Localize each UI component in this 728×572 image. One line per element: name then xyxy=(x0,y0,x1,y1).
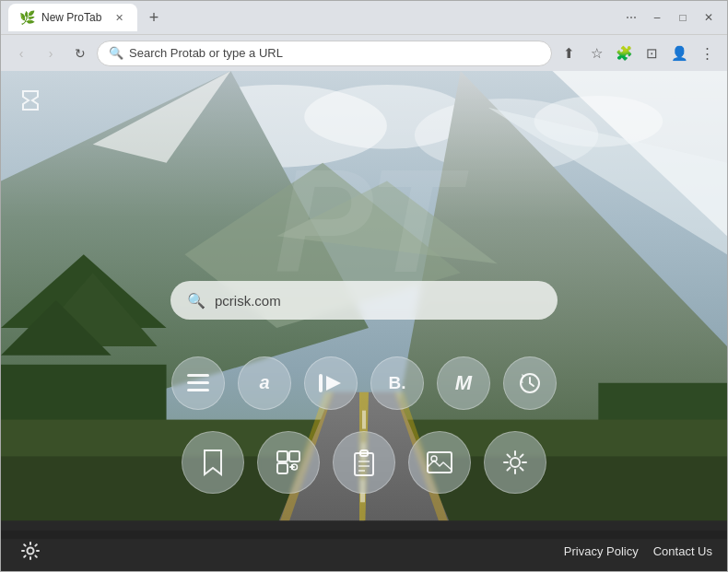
refresh-button[interactable]: ↻ xyxy=(67,41,93,66)
svg-rect-22 xyxy=(362,411,366,429)
history-quick-icon[interactable] xyxy=(503,356,557,410)
tab-favicon: 🌿 xyxy=(19,10,34,25)
search-bar-container: 🔍 pcrisk.com xyxy=(170,281,558,320)
settings-button[interactable] xyxy=(16,536,45,566)
nav-bar: ‹ › ↻ 🔍 Search Protab or type a URL ⬆ ☆ … xyxy=(1,34,727,71)
svg-line-55 xyxy=(508,468,511,471)
images-quick-icon[interactable] xyxy=(408,431,471,494)
page-content: PT 🔍 pcrisk.com a B. M xyxy=(1,71,727,571)
active-tab[interactable]: 🌿 New ProTab ✕ xyxy=(8,4,137,31)
window-controls: ⋯ – □ ✕ xyxy=(620,6,720,29)
svg-rect-38 xyxy=(289,451,299,461)
contact-us-link[interactable]: Contact Us xyxy=(653,544,712,558)
quick-icons-row-2 xyxy=(182,431,546,494)
svg-line-56 xyxy=(521,454,523,457)
hourglass-icon xyxy=(14,84,47,117)
svg-point-57 xyxy=(28,548,34,554)
sidebar-button[interactable]: ⊡ xyxy=(639,41,664,66)
bottom-left xyxy=(16,536,45,566)
close-button[interactable]: ✕ xyxy=(698,6,720,29)
bottom-bar: Privacy Policy Contact Us xyxy=(1,531,727,571)
brightness-quick-icon[interactable] xyxy=(484,431,546,494)
search-bar-text: pcrisk.com xyxy=(215,293,541,309)
svg-point-48 xyxy=(511,458,520,467)
svg-line-54 xyxy=(521,468,523,471)
search-icon: 🔍 xyxy=(109,46,123,60)
booking-quick-icon[interactable]: B. xyxy=(370,356,424,410)
clipboard-quick-icon[interactable] xyxy=(333,431,395,494)
tab-title: New ProTab xyxy=(41,11,101,24)
address-bar[interactable]: 🔍 Search Protab or type a URL xyxy=(97,41,552,66)
extensions-quick-icon[interactable] xyxy=(257,431,320,494)
search-bar-icon: 🔍 xyxy=(187,292,205,309)
bookmarks-quick-icon[interactable] xyxy=(182,431,244,494)
bookmark-button[interactable]: ☆ xyxy=(583,41,609,66)
svg-line-53 xyxy=(508,454,511,457)
share-button[interactable]: ⬆ xyxy=(556,41,581,66)
title-bar: 🌿 New ProTab ✕ + ⋯ – □ ✕ xyxy=(1,1,727,34)
gmail-quick-icon[interactable]: M xyxy=(437,356,490,410)
browser-window: 🌿 New ProTab ✕ + ⋯ – □ ✕ ‹ › ↻ 🔍 Search … xyxy=(0,0,728,572)
title-bar-left: 🌿 New ProTab ✕ + xyxy=(8,4,620,31)
forward-button[interactable]: › xyxy=(38,41,64,66)
address-text: Search Protab or type a URL xyxy=(129,46,540,60)
svg-rect-34 xyxy=(319,374,323,392)
svg-rect-32 xyxy=(187,389,209,391)
bottom-right: Privacy Policy Contact Us xyxy=(564,544,712,558)
mountain-background xyxy=(1,71,727,571)
svg-marker-33 xyxy=(326,376,341,391)
svg-rect-30 xyxy=(187,374,209,377)
svg-rect-37 xyxy=(277,451,288,461)
new-tab-button[interactable]: + xyxy=(141,5,167,30)
extensions-button[interactable]: 🧩 xyxy=(611,41,637,66)
privacy-policy-link[interactable]: Privacy Policy xyxy=(564,544,639,558)
search-bar[interactable]: 🔍 pcrisk.com xyxy=(170,281,558,320)
tab-close-button[interactable]: ✕ xyxy=(112,10,126,25)
menu-quick-icon[interactable] xyxy=(171,356,225,410)
minimize-button[interactable]: ⋯ xyxy=(620,6,642,29)
menu-button[interactable]: ⋮ xyxy=(694,41,720,66)
back-button[interactable]: ‹ xyxy=(8,41,34,66)
amazon-quick-icon[interactable]: a xyxy=(238,356,291,410)
maximize-button[interactable]: □ xyxy=(672,6,694,29)
svg-rect-46 xyxy=(428,452,452,473)
profile-button[interactable]: 👤 xyxy=(666,41,692,66)
svg-rect-31 xyxy=(187,381,209,384)
minimize-button2[interactable]: – xyxy=(646,6,668,29)
youtube-quick-icon[interactable] xyxy=(304,356,358,410)
svg-rect-39 xyxy=(277,463,288,473)
quick-icons-row-1: a B. M xyxy=(171,356,557,410)
nav-bar-right: ⬆ ☆ 🧩 ⊡ 👤 ⋮ xyxy=(556,41,720,66)
